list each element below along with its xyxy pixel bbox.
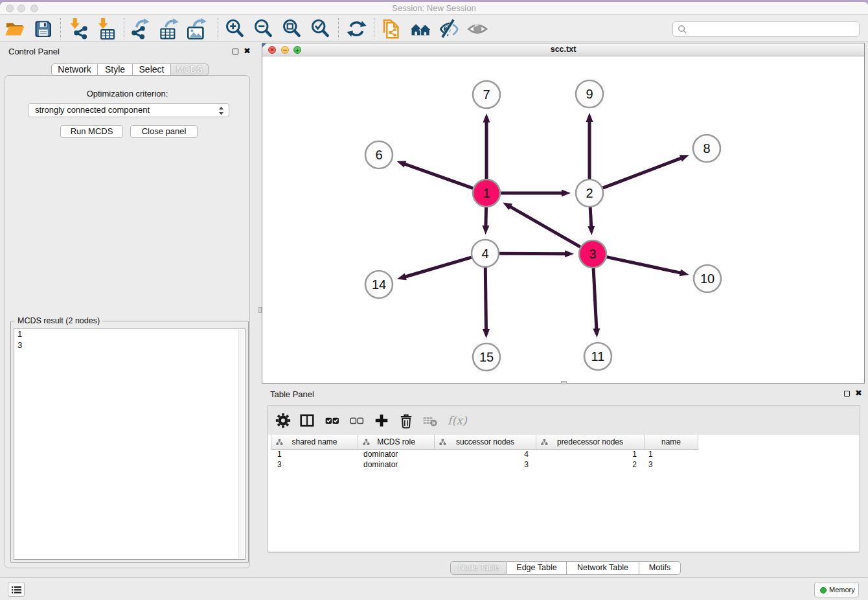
graph-edge-4-3[interactable]	[499, 253, 566, 254]
criterion-value: strongly connected component	[35, 105, 150, 115]
mcds-result-item[interactable]: 3	[14, 340, 245, 351]
graph-node-label: 8	[703, 141, 710, 156]
table-cell: 3	[271, 460, 358, 470]
tab-motifs[interactable]: Motifs	[639, 561, 681, 575]
graph-edge-1-4[interactable]	[486, 207, 486, 227]
zoom-out-icon[interactable]	[253, 18, 274, 40]
toolbar-separator	[60, 18, 61, 40]
control-panel-close-button[interactable]: ✖	[244, 48, 251, 54]
graph-edge-arrow	[588, 226, 595, 235]
graph-node-label: 4	[481, 246, 488, 260]
table-box: f(x) shared nameMCDS rolesuccessor nodes…	[267, 405, 860, 553]
graph-edge-4-14[interactable]	[404, 257, 472, 277]
column-header-shared-name[interactable]: shared name	[271, 435, 358, 450]
column-header-name[interactable]: name	[645, 435, 698, 450]
graph-node-label: 1	[483, 186, 490, 200]
graph-edge-arrow	[483, 113, 490, 122]
tab-network[interactable]: Network	[51, 63, 98, 76]
zoom-fit-icon[interactable]	[281, 18, 303, 40]
column-header-MCDS-role[interactable]: MCDS role	[358, 435, 435, 450]
table-cell: 1	[536, 450, 645, 460]
result-scrollbar[interactable]	[238, 330, 244, 559]
toggle-panel-icon[interactable]	[299, 413, 315, 428]
column-header-label: shared name	[291, 437, 337, 446]
table-cell: 1	[645, 450, 698, 460]
graph-node-label: 11	[591, 349, 605, 363]
control-panel-float-button[interactable]	[233, 49, 238, 54]
horizontal-divider-handle[interactable]	[561, 381, 567, 384]
export-image-icon[interactable]	[186, 18, 207, 40]
zoom-selected-icon[interactable]	[310, 18, 331, 40]
node-table: shared nameMCDS rolesuccessor nodesprede…	[268, 435, 859, 551]
open-file-icon[interactable]	[4, 18, 25, 40]
task-history-button[interactable]	[8, 582, 25, 597]
column-tree-icon	[439, 439, 446, 446]
app-window: Session: New Session Control Panel ✖ Opt…	[0, 2, 868, 600]
show-hidden-icon[interactable]	[467, 18, 488, 40]
graph-edge-arrow	[680, 270, 689, 277]
graph-edge-3-11[interactable]	[593, 268, 597, 330]
graph-edge-2-8[interactable]	[603, 158, 682, 189]
delete-table-icon	[422, 413, 438, 428]
toolbar-separator	[338, 18, 339, 40]
graph-node-label: 14	[372, 277, 386, 292]
save-session-icon[interactable]	[32, 18, 54, 40]
network-graph: 7968124314101511	[262, 56, 864, 384]
refresh-icon[interactable]	[346, 18, 367, 40]
titlebar: Session: New Session	[0, 2, 868, 15]
table-panel-close-button[interactable]: ✖	[855, 390, 862, 397]
graph-edge-arrow	[483, 329, 490, 338]
search-box[interactable]	[672, 21, 860, 37]
close-panel-button[interactable]: Close panel	[130, 125, 198, 138]
column-header-label: MCDS role	[377, 437, 415, 446]
mcds-result-box: MCDS result (2 nodes) 13	[10, 321, 249, 563]
column-header-successor-nodes[interactable]: successor nodes	[435, 435, 536, 450]
tab-node-table[interactable]: Node Table	[450, 561, 507, 575]
import-network-icon[interactable]	[68, 18, 89, 40]
table-panel-float-button[interactable]	[844, 391, 850, 397]
table-cell: 3	[435, 460, 536, 470]
network-canvas[interactable]: 7968124314101511	[262, 56, 864, 383]
memory-button[interactable]: Memory	[814, 582, 859, 597]
graph-edge-2-3[interactable]	[590, 207, 591, 227]
graph-edge-arrow	[482, 225, 489, 235]
home-icon[interactable]	[410, 18, 431, 40]
column-header-predecessor-nodes[interactable]: predecessor nodes	[536, 435, 645, 450]
tab-network-table[interactable]: Network Table	[567, 561, 639, 575]
delete-icon[interactable]	[398, 413, 414, 428]
deselect-all-icon[interactable]	[349, 413, 365, 428]
export-table-icon[interactable]	[158, 18, 179, 40]
select-all-icon[interactable]	[325, 413, 340, 428]
graph-edge-3-10[interactable]	[607, 257, 681, 273]
criterion-dropdown[interactable]: strongly connected component	[28, 103, 229, 117]
network-window-titlebar[interactable]: ✕ − + scc.txt	[262, 43, 864, 56]
export-network-icon[interactable]	[130, 18, 152, 40]
mcds-result-list[interactable]: 13	[14, 329, 246, 560]
search-input[interactable]	[690, 23, 855, 36]
run-mcds-button[interactable]: Run MCDS	[60, 125, 123, 138]
tab-style[interactable]: Style	[98, 63, 133, 76]
mcds-result-item[interactable]: 1	[14, 329, 245, 340]
dropdown-arrows-icon	[218, 106, 225, 116]
control-panel-title: Control Panel	[8, 47, 60, 56]
table-cell: dominator	[358, 460, 435, 470]
graph-edge-3-1[interactable]	[510, 206, 580, 247]
graph-edge-1-6[interactable]	[404, 164, 474, 189]
add-icon[interactable]	[374, 413, 389, 428]
tab-select[interactable]: Select	[133, 63, 171, 76]
import-table-icon[interactable]	[97, 18, 118, 40]
column-settings-icon[interactable]	[275, 413, 291, 428]
hide-selected-icon[interactable]	[439, 18, 460, 40]
column-tree-icon	[541, 439, 548, 446]
graph-edge-4-15[interactable]	[485, 268, 486, 330]
function-builder-icon: f(x)	[448, 413, 463, 428]
new-network-from-selection-icon[interactable]	[381, 18, 402, 40]
tab-mcds[interactable]: MCDS	[171, 63, 209, 76]
graph-node-label: 15	[479, 350, 494, 364]
table-cell: dominator	[358, 450, 435, 460]
zoom-in-icon[interactable]	[224, 18, 246, 40]
graph-edge-arrow	[680, 155, 689, 161]
table-panel: Table Panel ✖ f(x) shared nameMCDS roles…	[262, 386, 868, 577]
tab-edge-table[interactable]: Edge Table	[507, 561, 567, 575]
graph-node-label: 9	[586, 87, 593, 101]
